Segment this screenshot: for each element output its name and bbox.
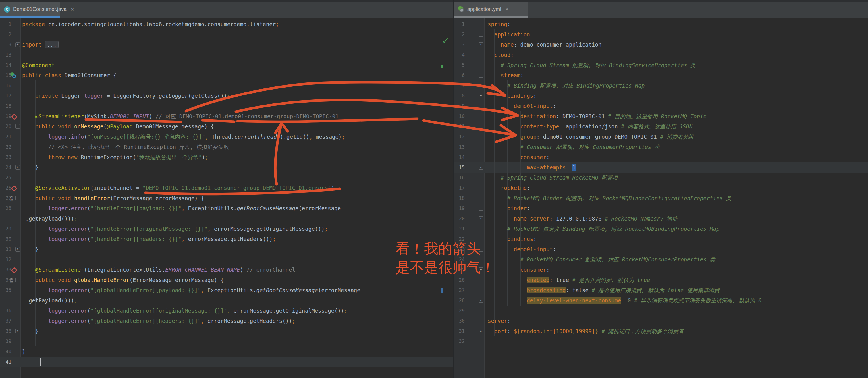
java-code-line[interactable]: 24∧ } [0, 162, 453, 172]
java-code-line[interactable]: 33 @StreamListener(IntegrationContextUti… [0, 264, 453, 275]
yaml-code-line[interactable]: 11 content-type: application/json # 内容格式… [454, 121, 868, 132]
line-number[interactable]: 22 [0, 142, 11, 152]
yaml-code-line[interactable]: 5 # Spring Cloud Stream 配置项, 对应 BindingS… [454, 60, 868, 70]
yaml-editor-pane[interactable]: 1−spring:2− application:3∧ name: demo-co… [454, 18, 868, 378]
line-number[interactable]: 2 [454, 29, 465, 39]
fold-minus-icon[interactable]: − [478, 155, 483, 159]
line-number[interactable]: 6 [454, 70, 465, 81]
annotation-gutter-icon[interactable]: @ [10, 193, 13, 203]
yaml-code-line[interactable]: 21 # RocketMQ 自定义 Binding 配置项, 对应 Rocket… [454, 224, 868, 234]
line-number[interactable]: 17 [454, 183, 465, 193]
yaml-code-line[interactable]: 23− demo01-input: [454, 244, 868, 254]
yaml-code-line[interactable]: 4− cloud: [454, 50, 868, 60]
java-code-line[interactable]: 25 [0, 172, 453, 183]
yaml-code-line[interactable]: 14− consumer: [454, 152, 868, 162]
line-number[interactable]: 23 [454, 244, 465, 254]
listener-diamond-icon[interactable] [11, 267, 18, 274]
line-number[interactable]: 17 [0, 91, 11, 101]
fold-minus-icon[interactable]: − [478, 267, 483, 272]
line-number[interactable]: 38 [0, 326, 11, 336]
java-code-line[interactable]: .getPayload())); [0, 214, 453, 224]
fold-minus-icon[interactable]: − [478, 22, 483, 26]
fold-minus-icon[interactable]: − [16, 196, 20, 200]
line-number[interactable]: 28 [0, 203, 11, 214]
line-number[interactable]: 32 [454, 336, 465, 346]
yaml-code-line[interactable]: 25− consumer: [454, 264, 868, 275]
java-code-line[interactable]: 30 logger.error("[handleError][headers: … [0, 234, 453, 244]
yaml-code-line[interactable]: 12 group: demo01-consumer-group-DEMO-TOP… [454, 132, 868, 142]
fold-end-icon[interactable]: ∧ [478, 165, 483, 170]
java-code-line[interactable]: 35 logger.error("[globalHandleError][pay… [0, 285, 453, 295]
line-number[interactable]: 24 [454, 254, 465, 264]
line-number[interactable]: 10 [454, 111, 465, 121]
java-code-line[interactable]: 40} [0, 346, 453, 357]
java-code-line[interactable]: 37 logger.error("[globalHandleError][hea… [0, 316, 453, 326]
line-number[interactable]: 29 [454, 306, 465, 316]
tab-application-yml[interactable]: application.yml ✕ [454, 2, 528, 16]
line-number[interactable]: 18 [0, 101, 11, 111]
yaml-code-line[interactable]: 28∧ delay-level-when-next-consume: 0 # 异… [454, 295, 868, 306]
java-code-line[interactable]: 17 private Logger logger = LoggerFactory… [0, 91, 453, 101]
line-number[interactable]: 41 [0, 357, 11, 367]
line-number[interactable]: 2 [0, 29, 11, 39]
line-number[interactable]: 30 [454, 316, 465, 326]
fold-minus-icon[interactable]: − [478, 237, 483, 241]
line-number[interactable]: 29 [0, 224, 11, 234]
java-code-line[interactable]: 16 [0, 81, 453, 91]
java-code-line[interactable]: 2 [0, 29, 453, 39]
fold-end-icon[interactable]: ∧ [478, 298, 483, 303]
listener-diamond-icon[interactable] [11, 185, 18, 192]
java-code-line[interactable]: 13 [0, 50, 453, 60]
line-number[interactable]: 11 [454, 121, 465, 132]
yaml-code-line[interactable]: 6− stream: [454, 70, 868, 81]
line-number[interactable]: 13 [0, 50, 11, 60]
yaml-code-line[interactable]: 18 # RocketMQ Binder 配置项, 对应 RocketMQBin… [454, 193, 868, 203]
java-code-line[interactable]: .getPayload())); [0, 295, 453, 306]
yaml-code-line[interactable]: 24 # RocketMQ Consumer 配置项, 对应 RocketMQC… [454, 254, 868, 264]
fold-minus-icon[interactable]: − [478, 94, 483, 98]
yaml-code-line[interactable]: 9− demo01-input: [454, 101, 868, 111]
line-number[interactable]: 14 [454, 152, 465, 162]
line-number[interactable]: 7 [454, 81, 465, 91]
yaml-code-line[interactable]: 16 # Spring Cloud Stream RocketMQ 配置项 [454, 172, 868, 183]
line-number[interactable]: 23 [0, 152, 11, 162]
fold-minus-icon[interactable]: − [478, 104, 483, 108]
yaml-code-line[interactable]: 8− bindings: [454, 91, 868, 101]
fold-end-icon[interactable]: ∧ [16, 165, 20, 170]
yaml-code-line[interactable]: 29 [454, 306, 868, 316]
fold-plus-icon[interactable]: + [16, 42, 20, 47]
line-number[interactable]: 15 [0, 70, 11, 81]
line-number[interactable]: 20 [0, 121, 11, 132]
line-number[interactable]: 15 [454, 162, 465, 172]
java-code-line[interactable]: 28 logger.error("[handleError][payload: … [0, 203, 453, 214]
java-code-line[interactable]: 36 logger.error("[globalHandleError][ori… [0, 306, 453, 316]
line-number[interactable]: 1 [454, 19, 465, 29]
line-number[interactable]: 13 [454, 142, 465, 152]
line-number[interactable]: 21 [0, 132, 11, 142]
line-number[interactable]: 4 [454, 50, 465, 60]
line-number[interactable]: 3 [454, 39, 465, 50]
yaml-code-line[interactable]: 2− application: [454, 29, 868, 39]
java-code-line[interactable]: 22 // <X> 注意, 此处抛出一个 RuntimeException 异常… [0, 142, 453, 152]
fold-end-icon[interactable]: ∧ [478, 329, 483, 334]
line-number[interactable]: 20 [454, 214, 465, 224]
java-code-line[interactable]: 38∧ } [0, 326, 453, 336]
fold-minus-icon[interactable]: − [478, 206, 483, 211]
line-number[interactable]: 21 [454, 224, 465, 234]
yaml-code-line[interactable]: 31∧ port: ${random.int[10000,19999]} # 随… [454, 326, 868, 336]
yaml-code-line[interactable]: 1−spring: [454, 19, 868, 29]
line-number[interactable]: 36 [0, 306, 11, 316]
spring-bean-icon[interactable] [10, 72, 16, 78]
fold-minus-icon[interactable]: − [478, 186, 483, 190]
line-number[interactable]: 28 [454, 295, 465, 306]
line-number[interactable]: 8 [454, 91, 465, 101]
java-code-line[interactable]: 34@− public void globalHandleError(Error… [0, 275, 453, 285]
line-number[interactable]: 22 [454, 234, 465, 244]
line-number[interactable]: 40 [0, 346, 11, 357]
java-code-line[interactable]: 41 [0, 357, 453, 367]
line-number[interactable]: 39 [0, 336, 11, 346]
fold-minus-icon[interactable]: − [478, 73, 483, 77]
line-number[interactable]: 30 [0, 234, 11, 244]
java-code-line[interactable]: 23 throw new RuntimeException("我就是故意抛出一个… [0, 152, 453, 162]
fold-minus-icon[interactable]: − [478, 32, 483, 37]
